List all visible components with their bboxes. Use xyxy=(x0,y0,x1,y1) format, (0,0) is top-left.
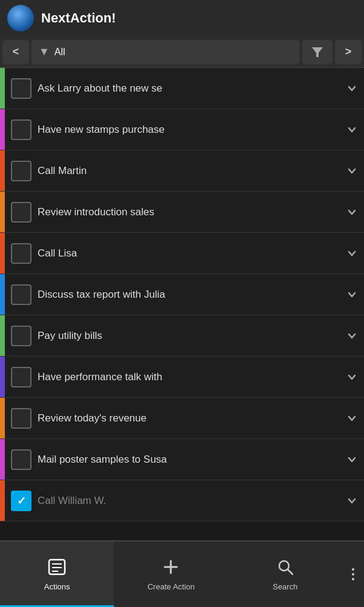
dropdown-arrow: ▼ xyxy=(39,45,50,58)
svg-marker-0 xyxy=(312,47,323,57)
action-color-bar xyxy=(0,150,5,191)
action-expand-button[interactable] xyxy=(340,398,364,438)
action-checkbox[interactable] xyxy=(11,78,31,99)
action-item[interactable]: Call Lisa xyxy=(0,233,364,274)
action-list: Ask Larry about the new seHave new stamp… xyxy=(0,68,364,521)
action-text: Call William W. xyxy=(38,495,340,507)
more-dot-1 xyxy=(352,568,354,571)
action-expand-button[interactable] xyxy=(340,150,364,191)
action-text: Pay utility bills xyxy=(38,330,340,342)
action-item[interactable]: Have new stamps purchase xyxy=(0,109,364,150)
action-text: Call Lisa xyxy=(38,247,340,260)
action-text: Discuss tax report with Julia xyxy=(38,289,340,301)
action-color-bar xyxy=(0,439,5,480)
app-title: NextAction! xyxy=(41,10,116,26)
action-text: Mail poster samples to Susa xyxy=(38,454,340,466)
action-color-bar xyxy=(0,274,5,315)
funnel-button[interactable] xyxy=(302,40,333,64)
toolbar: < ▼ All > xyxy=(0,36,364,68)
action-checkbox[interactable] xyxy=(11,408,31,429)
action-color-bar xyxy=(0,480,5,521)
action-checkbox[interactable] xyxy=(11,284,31,305)
action-expand-button[interactable] xyxy=(340,439,364,480)
action-checkbox[interactable] xyxy=(11,119,31,140)
prev-button[interactable]: < xyxy=(2,40,29,64)
action-expand-button[interactable] xyxy=(340,233,364,273)
nav-actions[interactable]: Actions xyxy=(0,542,114,607)
action-expand-button[interactable] xyxy=(340,192,364,232)
action-text: Call Martin xyxy=(38,165,340,177)
action-list-container: Ask Larry about the new seHave new stamp… xyxy=(0,68,364,540)
action-color-bar xyxy=(0,233,5,273)
action-text: Ask Larry about the new se xyxy=(38,82,340,95)
filter-dropdown[interactable]: ▼ All xyxy=(31,40,300,64)
action-expand-button[interactable] xyxy=(340,315,364,356)
action-checkbox[interactable] xyxy=(11,449,31,470)
app-header: NextAction! xyxy=(0,0,364,36)
action-color-bar xyxy=(0,315,5,356)
action-text: Have performance talk with xyxy=(38,371,340,383)
action-color-bar xyxy=(0,357,5,397)
app-logo xyxy=(7,5,34,32)
action-color-bar xyxy=(0,398,5,438)
action-color-bar xyxy=(0,192,5,232)
action-checkbox[interactable] xyxy=(11,202,31,223)
action-expand-button[interactable] xyxy=(340,68,364,109)
action-item[interactable]: Call William W. xyxy=(0,480,364,521)
more-dot-2 xyxy=(352,573,354,575)
action-item[interactable]: Pay utility bills xyxy=(0,315,364,357)
action-item[interactable]: Discuss tax report with Julia xyxy=(0,274,364,315)
action-expand-button[interactable] xyxy=(340,274,364,315)
action-checkbox[interactable] xyxy=(11,161,31,181)
action-item[interactable]: Call Martin xyxy=(0,150,364,192)
action-expand-button[interactable] xyxy=(340,357,364,397)
action-item[interactable]: Mail poster samples to Susa xyxy=(0,439,364,480)
action-item[interactable]: Ask Larry about the new se xyxy=(0,68,364,109)
action-expand-button[interactable] xyxy=(340,109,364,150)
next-button[interactable]: > xyxy=(335,40,362,64)
action-text: Review introduction sales xyxy=(38,206,340,218)
nav-search[interactable]: Search xyxy=(228,542,342,607)
create-icon xyxy=(162,558,180,578)
create-action-label: Create Action xyxy=(147,582,194,591)
action-item[interactable]: Review introduction sales xyxy=(0,192,364,233)
action-item[interactable]: Have performance talk with xyxy=(0,357,364,398)
search-icon xyxy=(276,558,294,578)
bottom-nav: Actions Create Action Search xyxy=(0,540,364,607)
more-dot-3 xyxy=(352,578,354,580)
nav-create-action[interactable]: Create Action xyxy=(114,542,228,607)
svg-line-8 xyxy=(288,569,293,574)
action-text: Review today's revenue xyxy=(38,412,340,424)
action-checkbox[interactable] xyxy=(11,243,31,264)
action-color-bar xyxy=(0,109,5,150)
actions-label: Actions xyxy=(44,582,70,591)
action-checkbox[interactable] xyxy=(11,326,31,346)
action-checkbox[interactable] xyxy=(11,367,31,387)
action-expand-button[interactable] xyxy=(340,480,364,521)
filter-label: All xyxy=(55,47,65,58)
search-label: Search xyxy=(273,582,297,591)
action-color-bar xyxy=(0,68,5,109)
action-item[interactable]: Review today's revenue xyxy=(0,398,364,439)
action-text: Have new stamps purchase xyxy=(38,124,340,136)
action-checkbox[interactable] xyxy=(11,491,31,511)
more-menu[interactable] xyxy=(342,542,364,607)
actions-icon xyxy=(48,558,66,578)
funnel-icon xyxy=(310,45,325,59)
